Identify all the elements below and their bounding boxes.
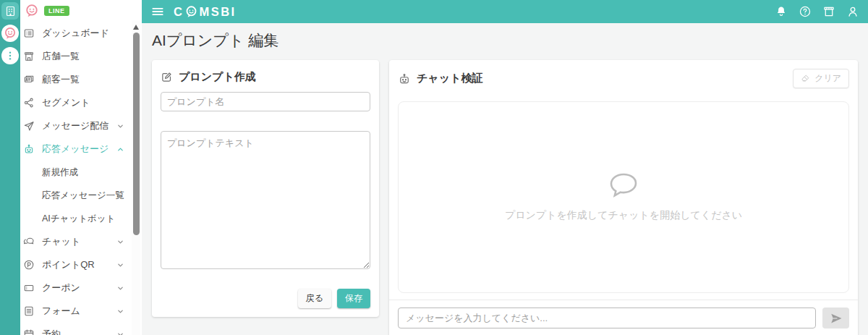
prompt-create-panel: プロンプト作成 戻る 保存 [152, 60, 379, 317]
sidebar-item-forms[interactable]: フォーム [20, 300, 142, 323]
panels-row: プロンプト作成 戻る 保存 [152, 60, 858, 335]
chat-message-input[interactable] [398, 308, 816, 328]
notification-bell-icon[interactable] [775, 5, 788, 18]
chevron-down-icon [116, 307, 125, 316]
sidebar-item-response-messages[interactable]: 応答メッセージ [20, 137, 142, 161]
sidebar-item-chat[interactable]: チャット [20, 230, 142, 253]
sidebar-item-coupons[interactable]: クーポン [20, 276, 142, 300]
sidebar-item-segments[interactable]: セグメント [20, 91, 142, 114]
scrollbar-up-arrow[interactable] [133, 25, 139, 30]
chat-panel-header: チャット検証 クリア [389, 60, 858, 88]
prompt-panel-title: プロンプト作成 [179, 70, 256, 84]
sidebar-subitem-ai-chatbot[interactable]: AIチャットボット [20, 207, 142, 230]
sidebar-item-label: メッセージ配信 [42, 119, 109, 132]
chevron-down-icon [116, 284, 125, 293]
sidebar-subitem-new-creation[interactable]: 新規作成 [20, 161, 142, 184]
sidebar-account-header: LINE [20, 0, 142, 22]
segment-icon [23, 97, 35, 109]
speech-bubble-icon [609, 172, 638, 198]
prompt-text-textarea[interactable] [161, 131, 370, 269]
sidebar-item-label: クーポン [42, 281, 80, 294]
robot-icon [23, 143, 35, 155]
back-button[interactable]: 戻る [298, 289, 331, 308]
help-icon[interactable] [799, 5, 812, 18]
sidebar: LINE ダッシュボード 店舗一覧 顧客一覧 [20, 0, 142, 335]
sidebar-item-label: ダッシュボード [42, 27, 109, 40]
chat-empty-text: プロンプトを作成してチャットを開始してください [505, 209, 742, 222]
paper-plane-icon [23, 120, 35, 132]
clear-button[interactable]: クリア [793, 69, 849, 88]
logo-smiley-icon [184, 5, 198, 19]
rail-item-line-account[interactable] [1, 25, 19, 42]
clear-button-label: クリア [814, 72, 841, 85]
dashboard-icon [23, 27, 35, 39]
point-circle-icon [23, 259, 35, 271]
comsbi-logo[interactable]: C MSBI [174, 5, 237, 19]
chat-bubbles-icon [23, 236, 35, 247]
sidebar-item-customers[interactable]: 顧客一覧 [20, 68, 142, 91]
sidebar-item-point-qr[interactable]: ポイントQR [20, 253, 142, 276]
robot-icon [398, 72, 411, 85]
top-navbar: C MSBI [142, 0, 868, 23]
sidebar-item-dashboard[interactable]: ダッシュボード [20, 22, 142, 45]
main-area: AIプロンプト 編集 プロンプト作成 戻る 保存 [142, 23, 868, 335]
edit-pencil-icon [161, 71, 173, 83]
sidebar-menu: ダッシュボード 店舗一覧 顧客一覧 セグメント [20, 22, 142, 335]
chevron-down-icon [116, 122, 125, 131]
more-dots-icon [4, 50, 16, 62]
logo-text-rest: MSBI [199, 5, 236, 19]
save-button[interactable]: 保存 [337, 289, 370, 308]
sidebar-item-label: 応答メッセージ [42, 143, 109, 156]
content-area: C MSBI [142, 0, 868, 335]
sidebar-scrollbar[interactable] [132, 20, 140, 335]
store-icon [23, 51, 35, 62]
line-badge: LINE [44, 6, 69, 16]
calendar-icon [23, 328, 35, 335]
sidebar-item-label: チャット [42, 235, 80, 248]
page-title: AIプロンプト 編集 [152, 30, 858, 51]
coupon-icon [23, 282, 35, 294]
sidebar-item-label: 新規作成 [42, 166, 78, 179]
send-button[interactable] [822, 308, 849, 328]
app-root: LINE ダッシュボード 店舗一覧 顧客一覧 [0, 0, 868, 335]
scrollbar-thumb[interactable] [133, 33, 140, 235]
chevron-down-icon [116, 330, 125, 335]
hamburger-menu-icon[interactable] [150, 4, 165, 19]
logo-text-c: C [174, 5, 184, 19]
form-icon [23, 305, 35, 317]
rail-item-company[interactable] [1, 2, 19, 20]
chevron-down-icon [116, 237, 125, 247]
sidebar-item-label: セグメント [42, 96, 90, 109]
chat-empty-state: プロンプトを作成してチャットを開始してください [398, 101, 849, 293]
chat-verification-panel: チャット検証 クリア プロンプトを作成してチャットを開始してください [389, 60, 858, 335]
sidebar-item-label: AIチャットボット [42, 213, 115, 225]
chevron-down-icon [116, 260, 125, 270]
chevron-up-icon [116, 145, 125, 154]
sidebar-item-stores[interactable]: 店舗一覧 [20, 45, 142, 68]
prompt-panel-footer: 戻る 保存 [161, 289, 370, 308]
line-smiley-icon [24, 3, 40, 19]
chat-input-row [389, 300, 858, 335]
prompt-panel-header: プロンプト作成 [161, 69, 370, 85]
sidebar-item-label: フォーム [42, 305, 80, 318]
workspace-rail [0, 0, 20, 335]
sidebar-item-label: 予約 [42, 328, 61, 335]
prompt-name-input[interactable] [161, 92, 370, 111]
sidebar-item-label: 店舗一覧 [42, 50, 80, 63]
rail-item-more[interactable] [1, 47, 19, 64]
customer-cards-icon [23, 74, 35, 85]
store-switch-icon[interactable] [822, 5, 835, 18]
topbar-icon-group [775, 5, 859, 18]
user-account-icon[interactable] [846, 5, 859, 18]
sidebar-item-label: 応答メッセージ一覧 [42, 190, 124, 202]
sidebar-item-reservations[interactable]: 予約 [20, 323, 142, 335]
line-smiley-icon [3, 26, 17, 41]
send-icon [830, 312, 843, 325]
chat-panel-title: チャット検証 [417, 72, 482, 85]
sidebar-item-message-delivery[interactable]: メッセージ配信 [20, 114, 142, 137]
sidebar-subitem-response-message-list[interactable]: 応答メッセージ一覧 [20, 184, 142, 207]
clear-eraser-icon [801, 74, 810, 83]
sidebar-item-label: 顧客一覧 [42, 73, 80, 86]
building-icon [4, 5, 17, 17]
sidebar-item-label: ポイントQR [42, 258, 95, 271]
